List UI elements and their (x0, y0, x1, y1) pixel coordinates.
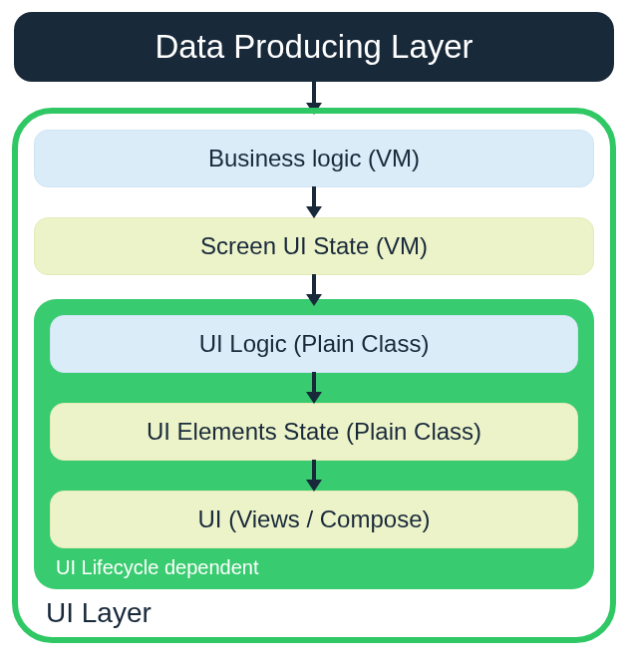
ui-elements-state-label: UI Elements State (Plain Class) (147, 418, 481, 445)
ui-lifecycle-container: UI Logic (Plain Class) UI Elements State… (34, 299, 594, 589)
arrow-biz-to-screen (34, 187, 594, 217)
arrow-logic-to-elements (50, 373, 578, 403)
business-logic-box: Business logic (VM) (34, 130, 594, 187)
svg-marker-7 (306, 392, 322, 404)
svg-marker-5 (306, 294, 322, 306)
ui-layer-label: UI Layer (34, 589, 594, 631)
ui-lifecycle-label: UI Lifecycle dependent (50, 548, 578, 581)
arrow-screen-to-inner (34, 275, 594, 305)
ui-views-compose-box: UI (Views / Compose) (50, 491, 578, 548)
ui-logic-label: UI Logic (Plain Class) (199, 330, 430, 357)
business-logic-label: Business logic (VM) (208, 145, 420, 171)
data-producing-layer-box: Data Producing Layer (14, 12, 614, 82)
svg-marker-9 (306, 480, 322, 492)
ui-elements-state-box: UI Elements State (Plain Class) (50, 403, 578, 461)
ui-layer-container: Business logic (VM) Screen UI State (VM)… (12, 108, 616, 643)
ui-logic-box: UI Logic (Plain Class) (50, 315, 578, 373)
arrow-elements-to-views (50, 461, 578, 491)
data-producing-layer-label: Data Producing Layer (155, 28, 472, 65)
screen-ui-state-box: Screen UI State (VM) (34, 217, 594, 275)
svg-marker-3 (306, 206, 322, 218)
screen-ui-state-label: Screen UI State (VM) (200, 232, 428, 259)
ui-views-compose-label: UI (Views / Compose) (198, 505, 431, 532)
